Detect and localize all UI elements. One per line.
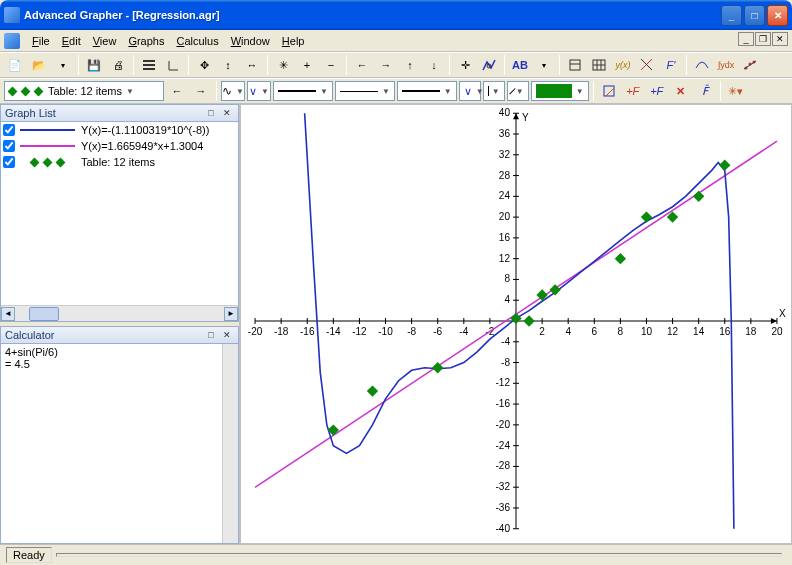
- menu-file[interactable]: File: [26, 33, 56, 49]
- yfx-button[interactable]: y(x): [612, 54, 634, 76]
- crosshair-button[interactable]: ✛: [454, 54, 476, 76]
- open-file-button[interactable]: 📂: [28, 54, 50, 76]
- mdi-minimize-button[interactable]: _: [738, 32, 754, 46]
- zoom-out-button[interactable]: −: [320, 54, 342, 76]
- pan-right-button[interactable]: →: [375, 54, 397, 76]
- svg-text:8: 8: [504, 273, 510, 284]
- svg-rect-108: [523, 315, 534, 326]
- derivative-button[interactable]: F': [660, 54, 682, 76]
- menu-edit[interactable]: Edit: [56, 33, 87, 49]
- tangent-button[interactable]: [691, 54, 713, 76]
- dock-button[interactable]: □: [204, 328, 218, 342]
- minimize-button[interactable]: _: [721, 5, 742, 26]
- calculator-result: = 4.5: [5, 358, 234, 370]
- status-ready: Ready: [6, 547, 52, 563]
- dock-button[interactable]: □: [204, 106, 218, 120]
- svg-text:4: 4: [565, 326, 571, 337]
- graph-list-item[interactable]: Table: 12 items: [1, 154, 238, 170]
- graph-visible-checkbox[interactable]: [3, 140, 15, 152]
- svg-text:40: 40: [499, 107, 511, 118]
- menu-graphs[interactable]: Graphs: [122, 33, 170, 49]
- menu-help[interactable]: Help: [276, 33, 311, 49]
- add-function-alt-button[interactable]: +F: [646, 80, 668, 102]
- move-horiz-button[interactable]: ↔: [241, 54, 263, 76]
- marker-combo-3[interactable]: ▼: [507, 81, 529, 101]
- graph-visible-checkbox[interactable]: [3, 124, 15, 136]
- close-panel-button[interactable]: ✕: [220, 106, 234, 120]
- new-file-button[interactable]: 📄: [4, 54, 26, 76]
- delete-button[interactable]: ✕: [670, 80, 692, 102]
- graph-list-hscrollbar[interactable]: ◄►: [1, 305, 238, 321]
- add-function-button[interactable]: +F: [622, 80, 644, 102]
- marker-combo-2[interactable]: ▼: [483, 81, 505, 101]
- svg-text:14: 14: [693, 326, 705, 337]
- list-toggle-button[interactable]: [138, 54, 160, 76]
- line-style-combo-1[interactable]: ∿▼: [221, 81, 245, 101]
- line-style-combo-2[interactable]: ∨▼: [247, 81, 271, 101]
- svg-text:-32: -32: [495, 481, 510, 492]
- toolbar-main: 📄 📂 ▾ 💾 🖨 ✥ ↕ ↔ ✳ + − ← → ↑ ↓ ✛ AB ▾ y(x…: [0, 52, 792, 78]
- line-pattern-combo-3[interactable]: ▼: [397, 81, 457, 101]
- graph-canvas[interactable]: XY-20-18-16-14-12-10-8-6-4-2246810121416…: [240, 104, 792, 544]
- function-list-button[interactable]: F̄: [694, 80, 716, 102]
- svg-text:-8: -8: [407, 326, 416, 337]
- regression-button[interactable]: [739, 54, 761, 76]
- graph-visible-checkbox[interactable]: [3, 156, 15, 168]
- move-tool-button[interactable]: ✥: [193, 54, 215, 76]
- save-button[interactable]: 💾: [83, 54, 105, 76]
- zoom-in-button[interactable]: +: [296, 54, 318, 76]
- integral-button[interactable]: ∫ydx: [715, 54, 737, 76]
- svg-text:24: 24: [499, 190, 511, 201]
- graph-list-item[interactable]: Y(x)=-(1.1100319*10^(-8)): [1, 122, 238, 138]
- pan-up-button[interactable]: ↑: [399, 54, 421, 76]
- pan-down-button[interactable]: ↓: [423, 54, 445, 76]
- svg-text:28: 28: [499, 170, 511, 181]
- svg-text:-28: -28: [495, 460, 510, 471]
- svg-text:-20: -20: [248, 326, 263, 337]
- marker-combo-1[interactable]: ∨▼: [459, 81, 481, 101]
- calculator-vscrollbar[interactable]: [222, 344, 238, 543]
- svg-rect-105: [367, 385, 378, 396]
- series-select-label: Table: 12 items: [48, 85, 122, 97]
- svg-text:18: 18: [745, 326, 757, 337]
- menu-view[interactable]: View: [87, 33, 123, 49]
- properties-button[interactable]: [564, 54, 586, 76]
- graph-item-label: Table: 12 items: [81, 156, 155, 168]
- svg-text:-10: -10: [378, 326, 393, 337]
- axes-toggle-button[interactable]: [162, 54, 184, 76]
- close-panel-button[interactable]: ✕: [220, 328, 234, 342]
- dropdown-open-button[interactable]: ▾: [52, 54, 74, 76]
- move-vert-button[interactable]: ↕: [217, 54, 239, 76]
- svg-line-17: [744, 61, 756, 69]
- svg-text:-24: -24: [495, 440, 510, 451]
- edit-graph-button[interactable]: [598, 80, 620, 102]
- refresh-button[interactable]: ✳▾: [725, 80, 747, 102]
- trace-button[interactable]: [478, 54, 500, 76]
- svg-text:-8: -8: [501, 357, 510, 368]
- mdi-restore-button[interactable]: ❐: [755, 32, 771, 46]
- graph-list-item[interactable]: Y(x)=1.665949*x+1.3004: [1, 138, 238, 154]
- print-button[interactable]: 🖨: [107, 54, 129, 76]
- text-label-button[interactable]: AB: [509, 54, 531, 76]
- calculator-body[interactable]: 4+sin(Pi/6) = 4.5: [0, 344, 239, 544]
- series-select-combo[interactable]: Table: 12 items ▼: [4, 81, 164, 101]
- menu-calculus[interactable]: Calculus: [170, 33, 224, 49]
- svg-text:36: 36: [499, 128, 511, 139]
- table-button[interactable]: [588, 54, 610, 76]
- mdi-close-button[interactable]: ✕: [772, 32, 788, 46]
- next-series-button[interactable]: →: [190, 80, 212, 102]
- intersect-button[interactable]: [636, 54, 658, 76]
- menu-window[interactable]: Window: [225, 33, 276, 49]
- svg-text:-12: -12: [495, 377, 510, 388]
- close-button[interactable]: ✕: [767, 5, 788, 26]
- line-pattern-combo-2[interactable]: ▼: [335, 81, 395, 101]
- color-combo[interactable]: ▼: [531, 81, 589, 101]
- svg-text:-6: -6: [433, 326, 442, 337]
- svg-rect-115: [719, 159, 730, 170]
- text-dropdown-button[interactable]: ▾: [533, 54, 555, 76]
- pan-left-button[interactable]: ←: [351, 54, 373, 76]
- zoom-fit-button[interactable]: ✳: [272, 54, 294, 76]
- line-pattern-combo-1[interactable]: ▼: [273, 81, 333, 101]
- prev-series-button[interactable]: ←: [166, 80, 188, 102]
- maximize-button[interactable]: □: [744, 5, 765, 26]
